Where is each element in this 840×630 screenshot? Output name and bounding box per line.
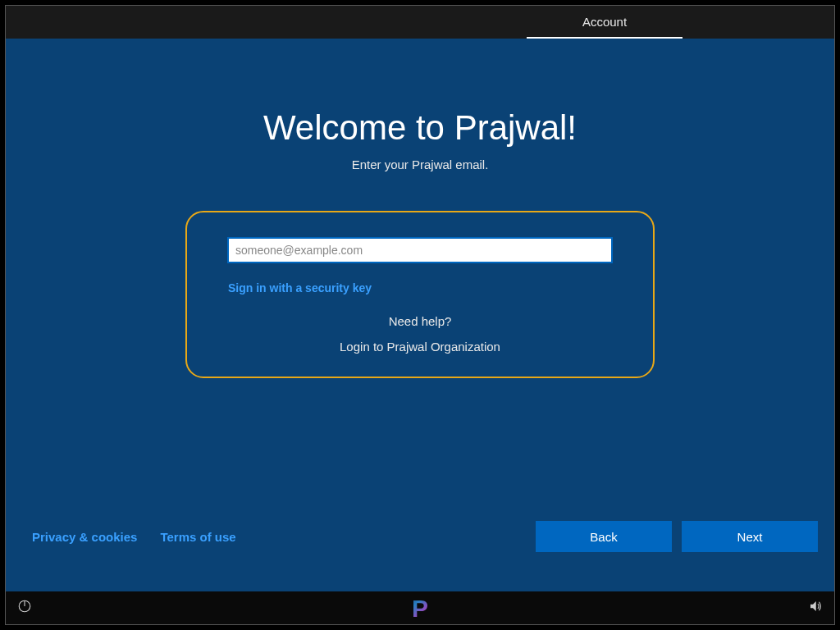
back-button[interactable]: Back <box>536 521 672 552</box>
security-key-link[interactable]: Sign in with a security key <box>228 281 623 294</box>
system-tray: P <box>6 591 834 624</box>
login-form: Sign in with a security key Need help? L… <box>185 211 655 378</box>
svg-marker-2 <box>810 601 816 611</box>
page-subtitle: Enter your Prajwal email. <box>352 158 489 171</box>
footer-links: Privacy & cookies Terms of use <box>32 530 236 544</box>
volume-icon[interactable] <box>808 599 823 617</box>
tab-account[interactable]: Account <box>527 6 682 39</box>
terms-link[interactable]: Terms of use <box>160 530 235 544</box>
brand-logo: P <box>412 595 428 623</box>
top-bar: Account <box>6 6 834 39</box>
email-field[interactable] <box>227 237 613 263</box>
next-button[interactable]: Next <box>682 521 818 552</box>
need-help-link[interactable]: Need help? <box>389 314 452 328</box>
privacy-link[interactable]: Privacy & cookies <box>32 530 137 544</box>
org-login-link[interactable]: Login to Prajwal Organization <box>340 340 500 354</box>
main-content: Welcome to Prajwal! Enter your Prajwal e… <box>6 39 834 591</box>
tab-account-label: Account <box>582 15 627 29</box>
nav-buttons: Back Next <box>536 521 818 552</box>
brand-logo-letter: P <box>412 595 428 623</box>
page-title: Welcome to Prajwal! <box>263 108 577 148</box>
power-icon[interactable] <box>17 599 32 617</box>
